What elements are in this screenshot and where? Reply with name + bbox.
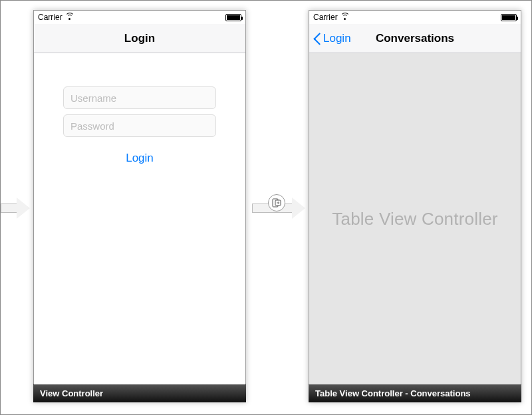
status-bar: Carrier <box>34 11 245 24</box>
arrow-head-icon <box>292 198 305 219</box>
storyboard-canvas: Carrier Login Login View Controller <box>0 0 532 415</box>
scene-caption[interactable]: Table View Controller - Conversations <box>309 384 521 402</box>
nav-title: Login <box>124 32 155 45</box>
conversations-scene[interactable]: Carrier Login Conversations Table View C… <box>309 10 521 402</box>
login-scene-body: Carrier Login Login <box>33 10 246 384</box>
table-view[interactable]: Table View Controller <box>309 53 521 384</box>
login-scene[interactable]: Carrier Login Login View Controller <box>33 10 246 402</box>
nav-bar: Login <box>34 24 245 53</box>
battery-icon <box>225 14 241 21</box>
initial-scene-arrow <box>1 198 30 219</box>
arrow-shaft <box>1 204 17 213</box>
scene-caption[interactable]: View Controller <box>33 384 246 402</box>
arrow-head-icon <box>17 198 30 219</box>
login-button[interactable]: Login <box>126 152 154 165</box>
username-field[interactable] <box>63 86 216 109</box>
segue-icon[interactable] <box>268 194 285 211</box>
conversations-scene-body: Carrier Login Conversations Table View C… <box>309 10 521 384</box>
wifi-icon <box>65 14 74 21</box>
carrier-label: Carrier <box>313 13 338 22</box>
password-field[interactable] <box>63 114 216 137</box>
battery-icon <box>501 14 517 21</box>
status-bar-left: Carrier <box>313 13 350 22</box>
nav-bar: Login Conversations <box>309 24 521 53</box>
table-placeholder-label: Table View Controller <box>332 209 497 229</box>
status-bar: Carrier <box>309 11 521 24</box>
status-bar-left: Carrier <box>38 13 74 22</box>
back-label: Login <box>323 32 351 45</box>
chevron-left-icon <box>313 32 321 45</box>
carrier-label: Carrier <box>38 13 63 22</box>
nav-title: Conversations <box>376 32 454 45</box>
login-content: Login <box>34 53 245 384</box>
back-button[interactable]: Login <box>313 32 351 45</box>
push-segue-icon <box>272 198 281 208</box>
wifi-icon <box>340 14 350 21</box>
login-form: Login <box>34 53 245 165</box>
